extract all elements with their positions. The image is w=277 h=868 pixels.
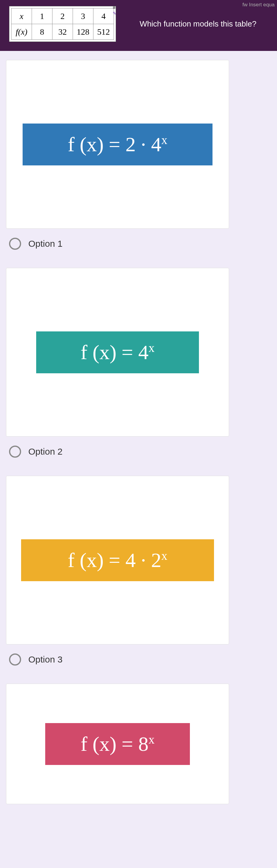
cell: 4 (93, 8, 114, 24)
radio-label: Option 2 (28, 446, 62, 457)
radio-row-1[interactable]: Option 1 (9, 238, 271, 250)
formula-text: f (x) = 4 · 2 (68, 549, 161, 571)
data-table: x 1 2 3 4 f(x) 8 32 128 512 (11, 8, 114, 40)
cell: 2 (53, 8, 73, 24)
radio-row-2[interactable]: Option 2 (9, 445, 271, 458)
formula-text: f (x) = 2 · 4 (68, 133, 161, 156)
cell: x (11, 8, 32, 24)
formula-1: f (x) = 2 · 4x (23, 124, 213, 165)
formula-3: f (x) = 4 · 2x (21, 539, 214, 581)
radio-icon[interactable] (9, 445, 21, 458)
pencil-icon[interactable]: ✎ (113, 11, 116, 16)
formula-exp: x (161, 133, 167, 147)
formula-text: f (x) = 8 (81, 733, 148, 755)
radio-label: Option 1 (28, 239, 62, 249)
grid-icon[interactable]: ▦ (113, 6, 116, 9)
table-row: f(x) 8 32 128 512 (11, 24, 114, 40)
formula-exp: x (149, 341, 155, 354)
cell: 128 (73, 24, 93, 40)
table-row: x 1 2 3 4 (11, 8, 114, 24)
options-area: f (x) = 2 · 4x Option 1 f (x) = 4x Optio… (0, 51, 277, 822)
table-edit-icons[interactable]: ▦ ✎ (113, 6, 116, 16)
option-card-1[interactable]: f (x) = 2 · 4x (6, 60, 229, 229)
option-card-2[interactable]: f (x) = 4x (6, 268, 229, 437)
data-table-wrap: ▦ ✎ x 1 2 3 4 f(x) 8 32 128 512 (9, 6, 116, 42)
formula-text: f (x) = 4 (81, 341, 148, 364)
option-card-4[interactable]: f (x) = 8x (6, 684, 229, 804)
radio-label: Option 3 (28, 654, 62, 664)
radio-icon[interactable] (9, 653, 21, 665)
cell: 32 (53, 24, 73, 40)
radio-icon[interactable] (9, 238, 21, 250)
question-header: fw Insert equa ▦ ✎ x 1 2 3 4 f(x) 8 32 1… (0, 0, 277, 51)
cell: 512 (93, 24, 114, 40)
cell: f(x) (11, 24, 32, 40)
cell: 3 (73, 8, 93, 24)
question-text: Which function models this table? (128, 19, 268, 29)
formula-4: f (x) = 8x (45, 723, 190, 765)
cell: 8 (32, 24, 53, 40)
formula-exp: x (161, 549, 167, 562)
cell: 1 (32, 8, 53, 24)
option-card-3[interactable]: f (x) = 4 · 2x (6, 476, 229, 645)
formula-2: f (x) = 4x (36, 332, 199, 373)
insert-equation-hint: fw Insert equa (242, 2, 275, 8)
radio-row-3[interactable]: Option 3 (9, 653, 271, 665)
formula-exp: x (149, 733, 155, 746)
